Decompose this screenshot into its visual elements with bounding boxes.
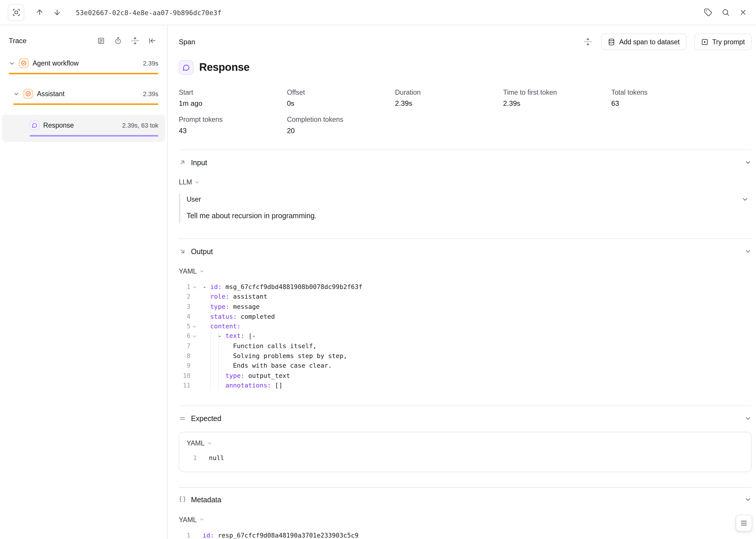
tree-row-head: Agent workflow 2.39s [9, 58, 158, 68]
metadata-format-label: YAML [179, 516, 197, 523]
focus-trace-button[interactable] [8, 4, 25, 21]
code-text: null [209, 453, 224, 463]
scan-focus-icon [12, 8, 20, 16]
section-divider [179, 149, 752, 150]
tags-button[interactable] [701, 5, 715, 20]
output-format-select[interactable]: YAML [179, 267, 205, 275]
metric-value: 63 [611, 100, 752, 108]
code-text: status: completed [203, 312, 275, 322]
chevron-down-icon[interactable] [744, 415, 752, 422]
metric-time-to-first-token: Time to first token 2.39s [503, 88, 611, 107]
input-format-select[interactable]: LLM [179, 178, 200, 186]
line-number: 6 [179, 332, 190, 342]
output-section-header[interactable]: Output [179, 245, 752, 258]
equals-icon [179, 415, 186, 422]
code-text: Ends with base case clear. [203, 361, 332, 371]
chevron-down-icon[interactable] [744, 496, 752, 503]
metric-total-tokens: Total tokens 63 [611, 88, 752, 107]
tree-row-assistant[interactable]: Assistant 2.39s [2, 84, 165, 109]
play-square-icon [701, 38, 708, 45]
menu-icon [740, 519, 748, 527]
line-number: 1 [179, 282, 190, 292]
arrow-down-right-icon [179, 247, 186, 255]
expected-format-label: YAML [187, 439, 205, 447]
trace-panel-title: Trace [9, 37, 27, 45]
code-text: - id: msg_67cfcf9dbd4881908b0078dc99b2f6… [203, 282, 362, 292]
chevron-down-icon[interactable] [9, 60, 15, 66]
arrow-up-right-icon [179, 159, 186, 166]
metric-value: 20 [287, 127, 395, 135]
input-section-title: Input [191, 158, 207, 166]
search-button[interactable] [718, 5, 733, 20]
output-section-title: Output [191, 247, 213, 255]
metadata-section-header[interactable]: Metadata [179, 493, 752, 506]
trace-notes-button[interactable] [95, 35, 107, 47]
line-number: 4 [179, 312, 190, 322]
code-text: content: [203, 322, 241, 332]
unfold-vertical-icon [584, 38, 592, 46]
chevron-down-icon[interactable] [744, 159, 752, 166]
tree-row-response[interactable]: Response 2.39s, 63 tok [2, 115, 165, 142]
previous-span-button[interactable] [32, 5, 46, 20]
stopwatch-icon [114, 37, 122, 45]
trace-timing-button[interactable] [112, 35, 124, 47]
duration-bar [13, 104, 158, 105]
tree-row-duration: 2.39s [139, 90, 158, 97]
code-text: id: resp_67cfcf9d08a48190a3701e233903c5c… [203, 531, 359, 539]
code-line: 8 Solving problems step by step, [179, 351, 752, 361]
span-title: Response [179, 60, 752, 75]
tree-row-agent-workflow[interactable]: Agent workflow 2.39s [2, 53, 165, 79]
trace-viewer-window: 53e02667-02c8-4e8e-aa07-9b896dc70e3f Tra… [0, 0, 756, 539]
chevron-down-icon [199, 517, 205, 522]
code-line: 1- id: msg_67cfcf9dbd4881908b0078dc99b2f… [179, 282, 752, 292]
line-number: 5 [179, 322, 190, 332]
fold-spacer [191, 292, 199, 302]
expected-section-header[interactable]: Expected [179, 412, 752, 425]
metric-label: Time to first token [503, 88, 611, 96]
trace-sidebar: Trace [0, 25, 168, 539]
collapse-sidebar-button[interactable] [146, 35, 158, 47]
fold-chevron-icon[interactable] [191, 322, 199, 332]
chevron-down-icon[interactable] [744, 247, 752, 255]
arrow-up-icon [35, 8, 43, 16]
line-number: 1 [185, 453, 197, 463]
add-span-to-dataset-button[interactable]: Add span to dataset [601, 34, 687, 50]
expand-all-button[interactable] [129, 35, 141, 47]
chevron-down-icon[interactable] [13, 91, 20, 97]
window-body: Trace [0, 25, 756, 539]
next-span-button[interactable] [49, 5, 64, 20]
search-icon [721, 8, 729, 16]
expected-format-select[interactable]: YAML [185, 439, 212, 447]
notes-icon [97, 37, 105, 45]
agent-task-icon [23, 89, 33, 99]
output-format-label: YAML [179, 267, 197, 275]
expand-sections-button[interactable] [581, 35, 595, 49]
input-section-header[interactable]: Input [179, 155, 752, 169]
span-tree: Agent workflow 2.39s Assistant [2, 53, 165, 142]
message-bubble-icon [179, 60, 193, 75]
chevron-down-icon[interactable] [741, 195, 749, 203]
span-panel-title: Span [179, 38, 195, 46]
metadata-section-title: Metadata [191, 496, 221, 504]
fold-chevron-icon[interactable] [191, 282, 199, 292]
metadata-format-select[interactable]: YAML [179, 516, 205, 523]
tree-row-head: Response 2.39s, 63 tok [30, 120, 159, 130]
fold-spacer [191, 361, 199, 371]
output-yaml-code: 1- id: msg_67cfcf9dbd4881908b0078dc99b2f… [179, 282, 752, 391]
metric-value: 2.39s [395, 100, 503, 108]
fold-spacer [191, 351, 199, 361]
fold-chevron-icon[interactable] [191, 332, 199, 342]
try-prompt-button[interactable]: Try prompt [694, 34, 752, 50]
floating-menu-button[interactable] [736, 515, 752, 531]
close-button[interactable] [736, 5, 750, 20]
trace-panel-header: Trace [2, 33, 165, 48]
input-format-label: LLM [179, 178, 192, 186]
line-number: 11 [179, 381, 190, 391]
metric-value: 1m ago [179, 100, 287, 108]
duration-bar [9, 73, 158, 74]
code-line: 2 role: assistant [179, 292, 752, 302]
code-text: type: message [203, 302, 260, 312]
span-metrics: Start 1m ago Offset 0s Duration 2.39s Ti… [179, 88, 752, 134]
expected-yaml-panel: YAML 1null [179, 432, 752, 472]
try-prompt-label: Try prompt [712, 38, 745, 46]
